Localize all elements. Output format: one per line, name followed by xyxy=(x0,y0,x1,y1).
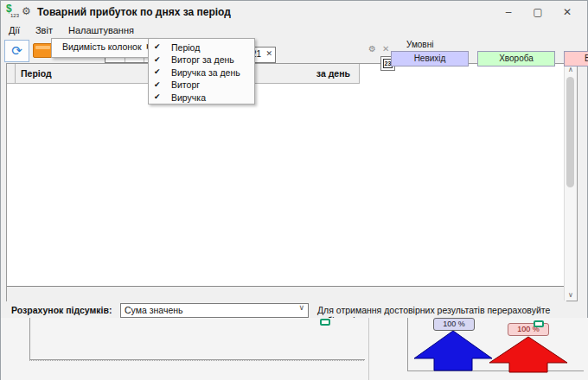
arrows-canvas xyxy=(369,318,588,380)
submenu-item-label: Виручка за день xyxy=(171,67,240,78)
mini-close-icon[interactable]: ✕ xyxy=(382,44,389,54)
daily-bars-xlabels xyxy=(29,360,364,380)
scroll-down-icon[interactable]: ∨ xyxy=(565,289,577,301)
checkmark-icon: ✔ xyxy=(154,92,161,101)
window-title: Товарний прибуток по днях за період xyxy=(37,6,231,18)
app-icon: $ 123 xyxy=(5,3,20,21)
refresh-button[interactable]: ⟳ xyxy=(4,40,29,62)
tray-icon[interactable] xyxy=(33,43,53,58)
app-icon-digits: 123 xyxy=(10,13,19,18)
refresh-icon: ⟳ xyxy=(11,43,22,58)
submenu-item-5[interactable]: ✔Виручка xyxy=(149,91,254,104)
totals-row xyxy=(7,286,566,303)
title-bar: $ 123 ⚙ Товарний прибуток по днях за пер… xyxy=(1,1,587,23)
menu-item-label: Видимість колонок xyxy=(62,41,142,52)
table-body[interactable] xyxy=(7,104,566,286)
vyruchka-arrow xyxy=(489,337,567,372)
maximize-button[interactable]: ▢ xyxy=(523,1,553,23)
summary-bar: Розрахунок підсумків: Сума значень ∨ Для… xyxy=(1,303,587,318)
submenu-item-4[interactable]: ✔Виторг xyxy=(149,79,254,92)
checkmark-icon: ✔ xyxy=(154,80,161,89)
daily-bars-plot xyxy=(29,318,365,360)
checkmark-icon: ✔ xyxy=(154,55,161,64)
status-badge: Хвороба xyxy=(477,51,555,66)
submenu-item-label: Виручка xyxy=(171,92,206,103)
scrollbar-thumb[interactable] xyxy=(566,77,574,187)
chevron-down-icon: ∨ xyxy=(298,303,304,312)
submenu-item-2[interactable]: ✔Виторг за день xyxy=(149,54,254,66)
minimize-button[interactable]: – xyxy=(494,1,523,23)
gear-icon: ⚙ xyxy=(22,5,31,17)
submenu-item-3[interactable]: ✔Виручка за день xyxy=(149,66,254,79)
summary-method-select[interactable]: Сума значень ∨ xyxy=(120,303,309,318)
status-badge: Невихід xyxy=(391,51,469,66)
mini-gear-icon[interactable]: ⚙ xyxy=(368,44,376,54)
menubar-item-Налаштування[interactable]: Налаштування xyxy=(61,23,142,38)
summary-method-value: Сума значень xyxy=(125,305,183,315)
totals-arrow-chart: 100 % 100 % xyxy=(368,318,588,380)
vitorg-percent-badge: 100 % xyxy=(433,318,475,331)
window-controls: – ▢ ✕ xyxy=(494,1,582,23)
submenu-item-label: Період xyxy=(171,42,200,53)
clear-date-icon[interactable]: ✕ xyxy=(265,49,272,58)
vitorg-arrow xyxy=(414,331,492,370)
group-selector-stub xyxy=(7,64,16,84)
chart-legend xyxy=(320,319,330,326)
settings-menu-panel: Видимість колонок ▶ xyxy=(51,38,157,58)
daily-bar-chart xyxy=(1,318,368,380)
submenu-item-label: Виторг xyxy=(171,79,200,90)
column-visibility-submenu: ✔Період✔Виторг за день✔Виручка за день✔В… xyxy=(148,38,255,104)
status-badge: Вихідний xyxy=(564,51,588,66)
chart-legend xyxy=(534,320,544,327)
app-window: $ 123 ⚙ Товарний прибуток по днях за пер… xyxy=(0,0,588,380)
group-period: Період xyxy=(16,64,152,84)
data-grid: Період за день ∧ ∨ xyxy=(6,63,578,301)
checkmark-icon: ✔ xyxy=(154,67,161,76)
status-badges: НевихідХворобаВихідний xyxy=(391,51,588,66)
close-button[interactable]: ✕ xyxy=(553,1,582,23)
checkmark-icon: ✔ xyxy=(154,42,161,51)
summary-label: Розрахунок підсумків: xyxy=(11,305,112,315)
submenu-item-1[interactable]: ✔Період xyxy=(149,41,254,54)
menubar-item-Дії[interactable]: Дії xyxy=(1,23,28,38)
menu-bar: ДіїЗвітНалаштування xyxy=(1,23,587,38)
submenu-item-label: Виторг за день xyxy=(171,54,234,65)
menubar-item-Звіт[interactable]: Звіт xyxy=(28,23,61,38)
vertical-scrollbar[interactable]: ∧ ∨ xyxy=(564,64,577,301)
